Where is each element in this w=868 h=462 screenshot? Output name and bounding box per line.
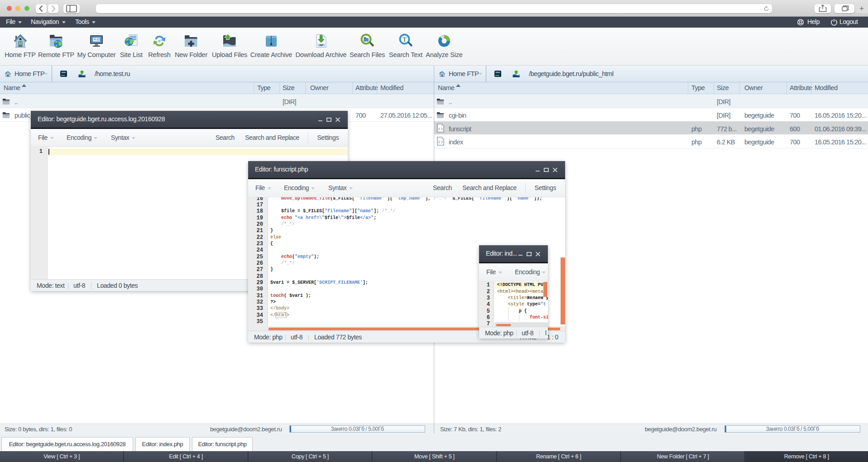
svg-text:ZIP: ZIP [319, 44, 323, 47]
svg-text:T: T [403, 36, 407, 43]
